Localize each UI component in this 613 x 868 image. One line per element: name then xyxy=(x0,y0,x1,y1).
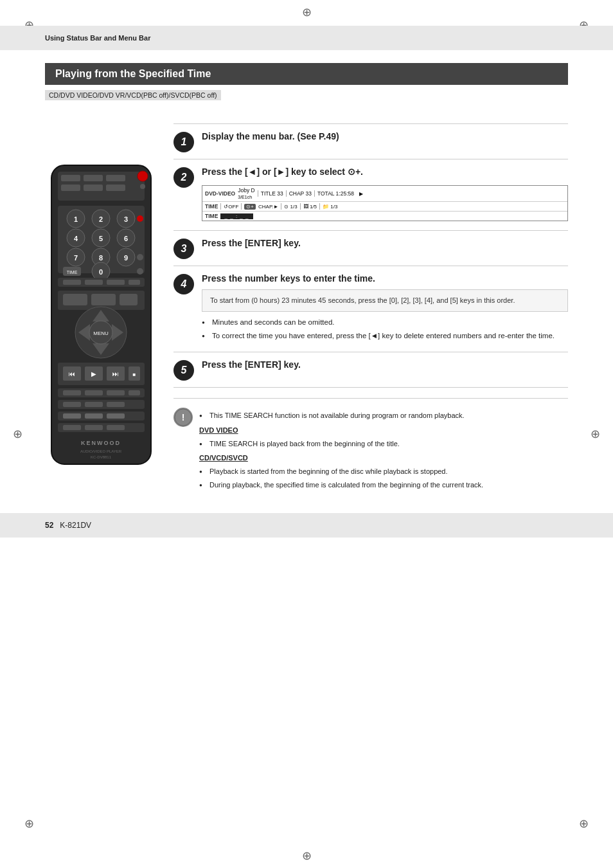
dvd-row-1: DVD-VIDEO Joby D3/E1ch TITLE 33 CHAP 33 … xyxy=(202,186,567,202)
reg-mark-bl: ⊕ xyxy=(24,818,34,829)
svg-rect-77 xyxy=(107,425,125,430)
dvd-row-2: TIME ↺OFF ⊙+ CHAP.► ⊙ 1/3 🖼 1/5 xyxy=(202,202,567,212)
sep-7 xyxy=(300,203,301,210)
svg-point-3 xyxy=(140,184,145,189)
top-band-title: Using Status Bar and Menu Bar xyxy=(45,34,150,42)
svg-rect-40 xyxy=(129,280,140,285)
step-3-title: Press the [ENTER] key. xyxy=(202,237,568,249)
step-4-bullets: Minutes and seconds can be omitted. To c… xyxy=(202,317,568,342)
svg-text:5: 5 xyxy=(99,235,103,242)
step-2-number: 2 xyxy=(173,167,194,188)
svg-rect-72 xyxy=(85,413,103,419)
svg-text:KC-DV8811: KC-DV8811 xyxy=(91,455,112,459)
svg-rect-9 xyxy=(106,185,125,191)
svg-text:▶: ▶ xyxy=(91,370,96,377)
step-1-content: Display the menu bar. (See P.49) xyxy=(202,131,568,146)
note-dvd-bullets: TIME SEARCH is played back from the begi… xyxy=(199,439,568,449)
step-1-number: 1 xyxy=(173,132,194,152)
svg-text:7: 7 xyxy=(74,254,78,262)
step-3-number: 3 xyxy=(173,239,194,259)
compat-label: CD/DVD VIDEO/DVD VR/VCD(PBC off)/SVCD(PB… xyxy=(45,90,221,100)
svg-rect-76 xyxy=(85,425,103,430)
sep-3 xyxy=(314,190,315,197)
dvd-total: TOTAL 1:25:58 xyxy=(317,190,354,197)
svg-rect-6 xyxy=(106,175,125,181)
step-1-row: 1 Display the menu bar. (See P.49) xyxy=(173,123,568,159)
hint-box: To start from (0 hours) 23 minutes 45 se… xyxy=(202,289,568,312)
dvd-icon1: ⊙+ xyxy=(244,204,256,210)
note-bullet-3: Playback is started from the beginning o… xyxy=(199,466,568,477)
step-4-title: Press the number keys to enter the time. xyxy=(202,273,568,284)
model-name: K-821DV xyxy=(60,521,91,530)
bottom-band: 52 K-821DV xyxy=(0,513,613,538)
step-5-number: 5 xyxy=(173,360,194,381)
step-5-row: 5 Press the [ENTER] key. xyxy=(173,352,568,388)
note-cd-bullets: Playback is started from the beginning o… xyxy=(199,466,568,490)
remote-control: 1 2 3 4 5 6 xyxy=(45,162,164,473)
hint-text: To start from (0 hours) 23 minutes 45 se… xyxy=(210,296,515,304)
svg-text:MENU: MENU xyxy=(93,330,109,336)
svg-rect-69 xyxy=(107,402,125,407)
note-content: This TIME SEARCH function is not availab… xyxy=(199,406,568,494)
dvd-statusbar: DVD-VIDEO Joby D3/E1ch TITLE 33 CHAP 33 … xyxy=(202,185,568,221)
svg-rect-39 xyxy=(107,280,125,285)
svg-text:0: 0 xyxy=(99,268,103,276)
dvd-title: TITLE 33 xyxy=(261,190,283,197)
step-4-number: 4 xyxy=(173,274,194,294)
svg-text:KENWOOD: KENWOOD xyxy=(81,440,121,446)
content-area: 1 2 3 4 5 6 xyxy=(45,123,568,494)
reg-mark-tc: ⊕ xyxy=(302,6,312,18)
dvd-time-label2: TIME xyxy=(205,213,218,219)
dvd-row-3: TIME _ _ : _ _ xyxy=(202,212,567,221)
svg-text:⏭: ⏭ xyxy=(112,370,119,377)
svg-text:8: 8 xyxy=(99,254,103,262)
dvd-chap: CHAP 33 xyxy=(289,190,312,197)
top-band: Using Status Bar and Menu Bar xyxy=(0,26,613,50)
dvd-time-field: _ _ : _ _ xyxy=(220,213,253,219)
svg-rect-37 xyxy=(63,280,81,285)
svg-rect-64 xyxy=(107,390,125,395)
step-4-content: Press the number keys to enter the time.… xyxy=(202,273,568,345)
dvd-time-label: TIME xyxy=(205,203,218,210)
svg-text:⏮: ⏮ xyxy=(69,370,75,377)
sep-8 xyxy=(319,203,320,210)
svg-rect-4 xyxy=(61,175,80,181)
note-bullets: This TIME SEARCH function is not availab… xyxy=(199,410,568,421)
note-section: ! This TIME SEARCH function is not avail… xyxy=(173,398,568,494)
step-3-content: Press the [ENTER] key. xyxy=(202,237,568,253)
svg-rect-7 xyxy=(61,185,80,191)
page: ⊕ ⊕ ⊕ ⊕ ⊕ ⊕ ⊕ ⊕ Using Status Bar and Men… xyxy=(0,0,613,868)
bullet-1: Minutes and seconds can be omitted. xyxy=(202,317,568,328)
cd-vcd-svcd-label: CD/VCD/SVCD xyxy=(199,454,248,462)
svg-point-2 xyxy=(138,171,148,181)
note-bullet-4: During playback, the specified time is c… xyxy=(199,480,568,491)
svg-text:2: 2 xyxy=(99,215,103,223)
page-number: 52 xyxy=(45,521,53,530)
note-bullet-2: TIME SEARCH is played back from the begi… xyxy=(199,439,568,449)
svg-rect-43 xyxy=(91,294,116,305)
svg-rect-71 xyxy=(63,413,81,419)
svg-rect-44 xyxy=(120,294,138,305)
dvd-play-icon: ▶ xyxy=(359,191,363,197)
note-icon: ! xyxy=(173,408,193,427)
svg-point-30 xyxy=(137,254,143,260)
svg-rect-67 xyxy=(63,402,81,407)
bullet-2: To correct the time you have entered, pr… xyxy=(202,330,568,341)
reg-mark-bc: ⊕ xyxy=(302,850,312,862)
step-3-row: 3 Press the [ENTER] key. xyxy=(173,230,568,266)
svg-text:AUDIO/VIDEO PLAYER: AUDIO/VIDEO PLAYER xyxy=(80,449,122,453)
step-4-row: 4 Press the number keys to enter the tim… xyxy=(173,266,568,352)
svg-rect-38 xyxy=(85,280,103,285)
svg-rect-62 xyxy=(63,390,81,395)
dvd-info: Joby D3/E1ch xyxy=(238,187,254,200)
svg-text:3: 3 xyxy=(124,215,128,223)
step-2-title: Press the [◄] or [►] key to select ⊙+. xyxy=(202,166,568,177)
svg-rect-42 xyxy=(63,294,87,305)
sep-4 xyxy=(220,203,221,210)
dvd-repeat: ↺OFF xyxy=(224,204,238,210)
svg-rect-68 xyxy=(85,402,103,407)
svg-rect-75 xyxy=(63,425,81,430)
sep-6 xyxy=(281,203,281,210)
svg-text:1: 1 xyxy=(74,215,78,223)
svg-text:4: 4 xyxy=(74,235,78,242)
